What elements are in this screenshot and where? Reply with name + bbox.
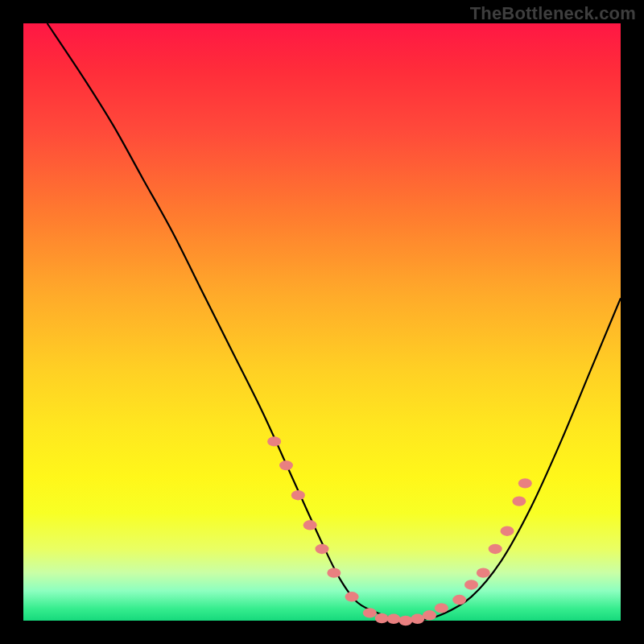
chart-svg (23, 23, 621, 621)
curve-marker (489, 544, 502, 554)
curve-marker (423, 610, 436, 620)
curve-marker (363, 608, 377, 617)
curve-marker (267, 436, 281, 446)
bottleneck-curve (47, 23, 621, 621)
curve-marker (303, 520, 317, 530)
plot-area (23, 23, 621, 621)
curve-marker (452, 595, 466, 605)
curve-marker (398, 616, 412, 625)
curve-marker (435, 603, 448, 613)
curve-marker (327, 568, 341, 577)
curve-marker (316, 544, 329, 554)
curve-marker (279, 460, 293, 470)
curve-marker (291, 490, 305, 500)
curve-marker (411, 614, 424, 624)
curve-marker (512, 496, 526, 506)
curve-marker (501, 526, 514, 536)
curve-marker (375, 613, 389, 623)
curve-marker (518, 478, 532, 488)
curve-marker (477, 568, 490, 577)
curve-marker (464, 580, 478, 589)
marker-group (267, 436, 532, 625)
curve-marker (387, 614, 401, 624)
chart-frame: TheBottleneck.com (0, 0, 644, 644)
watermark-label: TheBottleneck.com (470, 3, 636, 24)
curve-marker (345, 592, 359, 601)
